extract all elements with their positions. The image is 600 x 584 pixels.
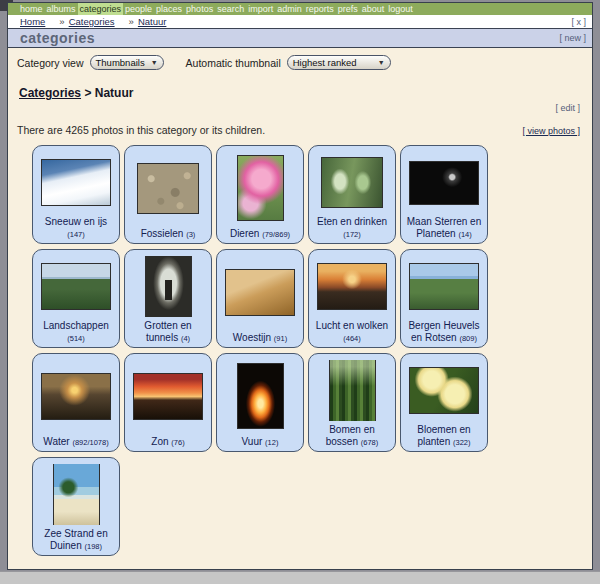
category-name: Dieren — [230, 228, 262, 239]
main-nav: homealbumscategoriespeopleplacesphotosse… — [8, 3, 592, 15]
nav-item-photos[interactable]: photos — [184, 3, 215, 15]
chevron-down-icon: ▼ — [151, 59, 158, 66]
nav-item-home[interactable]: home — [18, 3, 45, 15]
category-card[interactable]: Lucht en wolken (464) — [308, 249, 396, 348]
category-card[interactable]: Vuur (12) — [216, 353, 304, 452]
forest-trees-thumbnail — [329, 360, 376, 421]
category-name: Lucht en wolken — [316, 320, 388, 331]
snow-mountain-thumbnail — [41, 159, 111, 206]
nav-item-albums[interactable]: albums — [45, 3, 78, 15]
view-photos-link[interactable]: [ view photos ] — [522, 126, 580, 136]
category-card[interactable]: Bloemen en planten (322) — [400, 353, 488, 452]
desert-dune-thumbnail — [225, 269, 295, 316]
nav-item-places[interactable]: places — [154, 3, 184, 15]
edit-row: [ edit ] — [8, 103, 580, 113]
category-name: Eten en drinken — [317, 216, 387, 227]
category-name: Landschappen — [43, 320, 109, 331]
red-sunset-thumbnail — [133, 373, 203, 420]
category-photo-count: (147) — [67, 230, 85, 239]
nav-item-about[interactable]: about — [360, 3, 387, 15]
category-photo-count: (12) — [265, 438, 278, 447]
screen: homealbumscategoriespeopleplacesphotosse… — [0, 0, 600, 584]
category-card[interactable]: Bergen Heuvels en Rotsen (809) — [400, 249, 488, 348]
edit-category-link[interactable]: [ edit ] — [555, 103, 580, 113]
lake-sunset-thumbnail — [41, 373, 111, 420]
category-photo-count: (892/1078) — [72, 438, 108, 447]
page-title: categories — [20, 30, 95, 46]
categories-parent-link[interactable]: Categories — [19, 86, 81, 100]
breadcrumb-close-link[interactable]: [ x ] — [571, 17, 586, 27]
category-card[interactable]: Zon (76) — [124, 353, 212, 452]
category-photo-count: (14) — [458, 230, 471, 239]
breadcrumb-separator: » — [59, 16, 64, 27]
category-card[interactable]: Eten en drinken (172) — [308, 145, 396, 244]
nav-item-admin[interactable]: admin — [275, 3, 304, 15]
category-photo-count: (322) — [453, 438, 471, 447]
current-category-name: Natuur — [95, 86, 134, 100]
cave-tunnel-thumbnail — [145, 256, 192, 317]
category-card[interactable]: Fossielen (3) — [124, 145, 212, 244]
category-photo-count: (464) — [343, 334, 361, 343]
app-window: homealbumscategoriespeopleplacesphotosse… — [7, 2, 593, 570]
path-separator: > — [84, 86, 91, 100]
beach-palm-thumbnail — [53, 464, 100, 525]
category-view-select[interactable]: Thumbnails ▼ — [90, 55, 164, 70]
nav-item-prefs[interactable]: prefs — [336, 3, 360, 15]
automatic-thumbnail-select[interactable]: Highest ranked ▼ — [287, 55, 391, 70]
category-card[interactable]: Bomen en bossen (678) — [308, 353, 396, 452]
content-area: Category view Thumbnails ▼ Automatic thu… — [8, 48, 592, 569]
yellow-flowers-thumbnail — [409, 367, 479, 414]
sunset-clouds-thumbnail — [317, 263, 387, 310]
category-photo-count: (172) — [343, 230, 361, 239]
category-card[interactable]: Dieren (79/869) — [216, 145, 304, 244]
category-path: Categories > Natuur — [19, 86, 582, 100]
fossil-rock-thumbnail — [137, 163, 199, 214]
status-bar — [0, 571, 600, 584]
category-card[interactable]: Zee Strand en Duinen (198) — [32, 457, 120, 556]
nav-item-search[interactable]: search — [215, 3, 246, 15]
category-card[interactable]: Maan Sterren en Planeten (14) — [400, 145, 488, 244]
breadcrumb-separator: » — [129, 16, 134, 27]
category-photo-count: (3) — [186, 230, 195, 239]
breadcrumb: Home»Categories»Natuur [ x ] — [8, 15, 592, 29]
category-photo-count: (809) — [459, 334, 477, 343]
category-photo-count: (76) — [171, 438, 184, 447]
category-name: Woestijn — [233, 332, 274, 343]
campfire-thumbnail — [237, 363, 284, 429]
nav-item-categories[interactable]: categories — [78, 3, 124, 15]
category-photo-count: (678) — [361, 438, 379, 447]
new-category-link[interactable]: [ new ] — [559, 33, 586, 43]
nav-item-logout[interactable]: logout — [386, 3, 415, 15]
green-mountains-thumbnail — [409, 263, 479, 310]
category-card[interactable]: Sneeuw en ijs (147) — [32, 145, 120, 244]
breadcrumb-link-home[interactable]: Home — [20, 16, 45, 27]
breadcrumb-link-natuur[interactable]: Natuur — [138, 16, 167, 27]
automatic-thumbnail-label: Automatic thumbnail — [186, 57, 281, 69]
nav-item-people[interactable]: people — [123, 3, 154, 15]
forest-skyline-thumbnail — [41, 263, 111, 310]
category-card[interactable]: Grotten en tunnels (4) — [124, 249, 212, 348]
nav-item-import[interactable]: import — [246, 3, 275, 15]
category-photo-count: (79/869) — [262, 230, 290, 239]
category-name: Fossielen — [141, 228, 187, 239]
category-name: Zon — [151, 436, 171, 447]
category-photo-count: (198) — [84, 542, 102, 551]
category-grid: Sneeuw en ijs (147) Fossielen (3) Dieren… — [32, 145, 592, 556]
photo-count-text: There are 4265 photos in this category o… — [17, 124, 265, 136]
pink-flower-thumbnail — [237, 155, 284, 221]
automatic-thumbnail-value: Highest ranked — [293, 57, 357, 68]
category-name: Sneeuw en ijs — [45, 216, 107, 227]
category-view-value: Thumbnails — [96, 57, 145, 68]
category-card[interactable]: Landschappen (514) — [32, 249, 120, 348]
category-card[interactable]: Water (892/1078) — [32, 353, 120, 452]
summary-row: There are 4265 photos in this category o… — [17, 124, 580, 136]
category-view-label: Category view — [17, 57, 84, 69]
category-photo-count: (91) — [274, 334, 287, 343]
view-controls: Category view Thumbnails ▼ Automatic thu… — [17, 55, 582, 70]
category-name: Water — [43, 436, 72, 447]
breadcrumb-link-categories[interactable]: Categories — [69, 16, 115, 27]
category-card[interactable]: Woestijn (91) — [216, 249, 304, 348]
page-titlebar: categories [ new ] — [8, 29, 592, 48]
nav-item-reports[interactable]: reports — [304, 3, 336, 15]
category-photo-count: (514) — [67, 334, 85, 343]
